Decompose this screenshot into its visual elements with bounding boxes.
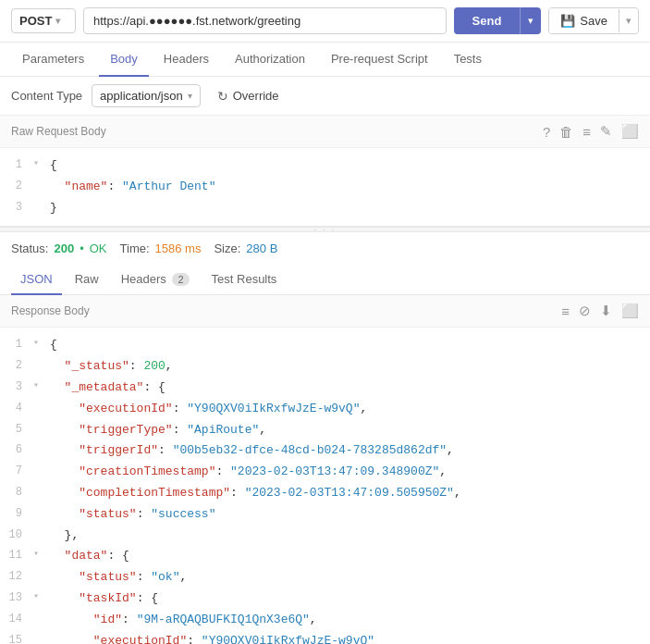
content-type-row: Content Type application/json ▾ ↻ Overri… (0, 77, 650, 116)
expand-icon[interactable]: ⬜ (621, 123, 639, 140)
resp-linenum-4: 4 (0, 400, 33, 417)
req-content-2: "name": "Arthur Dent" (50, 178, 650, 197)
resp-line-4: 4 "executionId": "Y90QXV0iIkRxfwJzE-w9vQ… (0, 399, 650, 420)
resp-tab-raw[interactable]: Raw (66, 265, 108, 295)
req-content-3: } (50, 199, 650, 218)
content-type-chevron: ▾ (188, 91, 192, 101)
resp-toggle-11[interactable]: ▾ (33, 547, 46, 562)
tab-parameters[interactable]: Parameters (11, 43, 95, 77)
req-line-3: 3 } (0, 198, 650, 219)
resp-content-10: }, (50, 526, 650, 546)
send-dropdown-button[interactable]: ▾ (520, 7, 541, 34)
help-icon[interactable]: ? (543, 124, 550, 140)
content-type-select[interactable]: application/json ▾ (92, 84, 201, 107)
method-select[interactable]: POST ▾ (11, 8, 76, 33)
resp-linenum-15: 15 (0, 632, 33, 644)
headers-badge: 2 (172, 273, 189, 286)
resp-linenum-14: 14 (0, 611, 33, 628)
req-line-2: 2 "name": "Arthur Dent" (0, 177, 650, 198)
status-label: Status: (11, 242, 48, 255)
status-row: Status: 200 • OK Time: 1586 ms Size: 280… (0, 232, 650, 265)
send-button[interactable]: Send (454, 7, 521, 34)
save-dropdown-button[interactable]: ▾ (619, 9, 638, 32)
response-tabs: JSON Raw Headers 2 Test Results (0, 265, 650, 295)
resp-toggle-13[interactable]: ▾ (33, 589, 46, 604)
resp-content-12: "status": "ok", (50, 568, 650, 588)
resp-line-6: 6 "triggerId": "00b5eb32-dfce-48cd-b024-… (0, 440, 650, 462)
nav-tabs: Parameters Body Headers Authorization Pr… (0, 43, 650, 77)
resp-download-icon[interactable]: ⬇ (600, 303, 612, 319)
content-type-value: application/json (100, 89, 183, 103)
resp-tab-json[interactable]: JSON (11, 265, 62, 295)
method-chevron: ▾ (55, 16, 60, 26)
resp-linenum-12: 12 (0, 568, 33, 586)
url-input[interactable] (83, 7, 447, 34)
method-label: POST (19, 14, 52, 28)
override-icon: ↻ (217, 89, 228, 104)
save-label: Save (580, 14, 607, 28)
time-label: Time: (120, 242, 150, 255)
size-value: 280 B (246, 242, 277, 255)
top-bar: POST ▾ Send ▾ 💾 Save ▾ (0, 0, 650, 43)
resp-line-5: 5 "triggerType": "ApiRoute", (0, 420, 650, 441)
resp-linenum-13: 13 (0, 589, 33, 607)
tab-authorization[interactable]: Authorization (224, 43, 316, 77)
resp-content-2: "_status": 200, (50, 357, 650, 377)
resp-format-icon[interactable]: ≡ (561, 303, 570, 319)
resp-content-4: "executionId": "Y90QXV0iIkRxfwJzE-w9vQ", (50, 400, 650, 419)
save-button[interactable]: 💾 Save (549, 8, 619, 33)
req-linenum-3: 3 (0, 199, 33, 217)
override-label: Override (233, 89, 279, 103)
resp-line-11: 11▾ "data": { (0, 546, 650, 567)
req-linenum-2: 2 (0, 178, 33, 195)
resp-copy-icon[interactable]: ⬜ (621, 303, 639, 319)
tab-headers[interactable]: Headers (153, 43, 220, 77)
override-button[interactable]: ↻ Override (210, 85, 287, 107)
resp-linenum-10: 10 (0, 526, 33, 544)
resp-line-9: 9 "status": "success" (0, 504, 650, 526)
size-label: Size: (214, 242, 240, 255)
resp-content-9: "status": "success" (50, 505, 650, 525)
resp-filter-icon[interactable]: ⊘ (579, 303, 591, 319)
tab-body[interactable]: Body (99, 43, 149, 77)
delete-icon[interactable]: 🗑 (559, 124, 573, 140)
resp-tab-headers[interactable]: Headers 2 (112, 265, 199, 295)
response-icons: ≡ ⊘ ⬇ ⬜ (561, 303, 639, 319)
resp-linenum-3: 3 (0, 378, 33, 396)
edit-icon[interactable]: ✎ (600, 123, 612, 140)
resp-content-8: "completionTimestamp": "2023-02-03T13:47… (50, 484, 650, 503)
req-toggle-1[interactable]: ▾ (33, 156, 46, 171)
response-section-header: Response Body ≡ ⊘ ⬇ ⬜ (0, 295, 650, 328)
resp-linenum-5: 5 (0, 421, 33, 439)
resp-linenum-7: 7 (0, 463, 33, 480)
tab-prerequest[interactable]: Pre-request Script (320, 43, 439, 77)
resp-content-13: "taskId": { (50, 589, 650, 609)
resp-line-8: 8 "completionTimestamp": "2023-02-03T13:… (0, 483, 650, 504)
resp-line-7: 7 "creationTimestamp": "2023-02-03T13:47… (0, 462, 650, 483)
request-code-editor[interactable]: 1 ▾ { 2 "name": "Arthur Dent" 3 } (0, 148, 650, 227)
resp-toggle-1[interactable]: ▾ (33, 336, 46, 351)
save-icon: 💾 (560, 14, 575, 28)
format-icon[interactable]: ≡ (583, 124, 591, 140)
resp-toggle-3[interactable]: ▾ (33, 378, 46, 393)
request-editor-title: Raw Request Body (11, 125, 106, 138)
resp-line-2: 2 "_status": 200, (0, 356, 650, 378)
resp-line-15: 15 "executionId": "Y90QXV0iIkRxfwJzE-w9v… (0, 631, 650, 644)
resp-linenum-1: 1 (0, 336, 33, 353)
resp-line-12: 12 "status": "ok", (0, 567, 650, 588)
resp-content-3: "_metadata": { (50, 378, 650, 398)
save-button-group: 💾 Save ▾ (548, 7, 639, 34)
tab-tests[interactable]: Tests (443, 43, 493, 77)
time-value: 1586 ms (155, 242, 202, 255)
resp-content-6: "triggerId": "00b5eb32-dfce-48cd-b024-78… (50, 441, 650, 461)
resp-linenum-11: 11 (0, 547, 33, 564)
resp-linenum-9: 9 (0, 505, 33, 523)
resp-content-11: "data": { (50, 547, 650, 566)
content-type-label: Content Type (11, 89, 82, 103)
req-content-1: { (50, 156, 650, 176)
resp-tab-testresults[interactable]: Test Results (202, 265, 287, 295)
resp-line-10: 10 }, (0, 526, 650, 547)
resize-dots: · · · (314, 225, 337, 235)
response-code-editor: 1▾{2 "_status": 200,3▾ "_metadata": {4 "… (0, 328, 650, 644)
resp-content-7: "creationTimestamp": "2023-02-03T13:47:0… (50, 463, 650, 482)
